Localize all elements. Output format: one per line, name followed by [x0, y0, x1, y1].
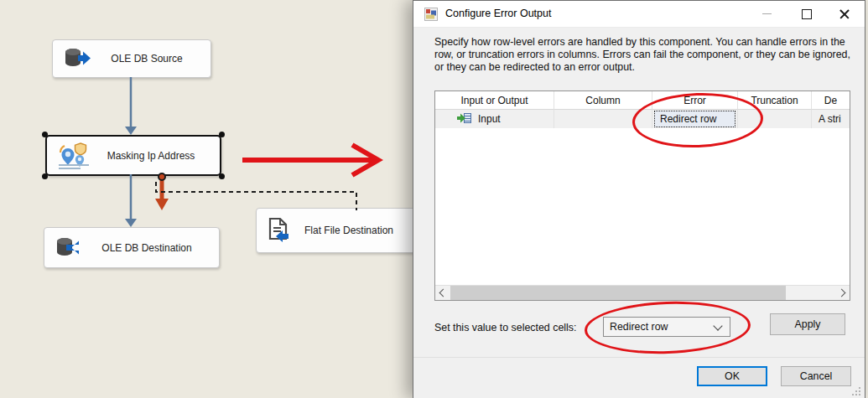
footer-divider	[413, 357, 865, 358]
chevron-left-icon	[439, 289, 448, 297]
column-header-truncation[interactable]: Truncation	[738, 91, 812, 110]
error-output-grid[interactable]: Input or Output Column Error Truncation …	[434, 90, 850, 301]
scroll-left-button[interactable]	[435, 286, 450, 300]
component-label: OLE DB Destination	[83, 242, 219, 254]
screenshot-root: OLE DB Source Masking Ip Address	[0, 0, 868, 398]
close-button[interactable]	[825, 1, 863, 27]
close-icon	[839, 9, 850, 19]
apply-button[interactable]: Apply	[770, 313, 845, 335]
column-header-description[interactable]: De	[812, 91, 850, 110]
configure-error-output-dialog: Configure Error Output Specify how row-l…	[413, 0, 865, 398]
flow-connector-arrowhead	[125, 219, 137, 227]
scrollbar-thumb[interactable]	[450, 286, 786, 300]
selection-handle[interactable]	[219, 132, 225, 137]
selected-cell-redirect-row[interactable]: Redirect row	[654, 111, 735, 127]
component-masking-ip-address[interactable]: Masking Ip Address	[45, 135, 221, 176]
maximize-icon	[802, 9, 812, 19]
cell-truncation[interactable]	[738, 110, 812, 128]
dialog-description: Specify how row-level errors are handled…	[434, 36, 852, 74]
combobox-value: Redirect row	[604, 321, 715, 333]
resize-grip[interactable]	[852, 387, 860, 395]
cell-text: Input	[478, 113, 501, 125]
selection-handle[interactable]	[42, 132, 48, 137]
component-ole-db-source[interactable]: OLE DB Source	[52, 39, 211, 78]
data-flow-canvas[interactable]: OLE DB Source Masking Ip Address	[0, 0, 413, 398]
winforms-app-icon	[424, 8, 438, 21]
annotation-arrowhead	[352, 145, 378, 175]
component-ole-db-destination[interactable]: OLE DB Destination	[44, 227, 220, 268]
cell-input-or-output[interactable]: Input	[435, 110, 554, 128]
column-header-input-or-output[interactable]: Input or Output	[435, 91, 554, 110]
chevron-down-icon	[713, 321, 722, 330]
scroll-right-button[interactable]	[835, 286, 850, 300]
column-header-error[interactable]: Error	[652, 91, 738, 110]
component-flat-file-destination[interactable]: Flat File Destination	[256, 208, 417, 253]
selection-handle[interactable]	[42, 173, 48, 179]
dialog-title: Configure Error Output	[445, 1, 551, 27]
cell-description[interactable]: A stri	[812, 110, 850, 128]
error-output-arrowhead	[155, 199, 169, 210]
scrollbar-track[interactable]	[450, 286, 835, 300]
component-label: Masking Ip Address	[91, 150, 220, 162]
input-icon	[457, 112, 471, 127]
dialog-titlebar[interactable]: Configure Error Output	[413, 1, 865, 28]
ok-button[interactable]: OK	[697, 366, 767, 386]
set-value-label: Set this value to selected cells:	[434, 322, 576, 333]
flow-connector-arrowhead	[125, 127, 137, 135]
minimize-button	[748, 1, 786, 27]
flat-file-icon	[267, 217, 290, 244]
selection-handle[interactable]	[219, 173, 225, 179]
column-header-column[interactable]: Column	[554, 91, 652, 110]
cell-column[interactable]	[554, 110, 652, 128]
grid-row-input[interactable]: Input Redirect row A stri	[435, 110, 850, 128]
maximize-button[interactable]	[787, 1, 825, 27]
component-label: OLE DB Source	[91, 53, 211, 65]
cancel-button[interactable]: Cancel	[781, 366, 851, 386]
cell-error[interactable]: Redirect row	[652, 110, 738, 128]
error-action-combobox[interactable]: Redirect row	[603, 317, 730, 337]
minimize-icon	[762, 13, 772, 14]
horizontal-scrollbar[interactable]	[435, 285, 850, 300]
grid-header-row: Input or Output Column Error Truncation …	[435, 91, 850, 110]
chevron-right-icon	[838, 289, 846, 297]
database-destination-icon	[55, 236, 83, 260]
database-source-icon	[63, 47, 91, 70]
component-label: Flat File Destination	[290, 225, 416, 236]
masking-ip-icon	[57, 141, 91, 171]
pending-connection-path[interactable]	[156, 182, 356, 210]
